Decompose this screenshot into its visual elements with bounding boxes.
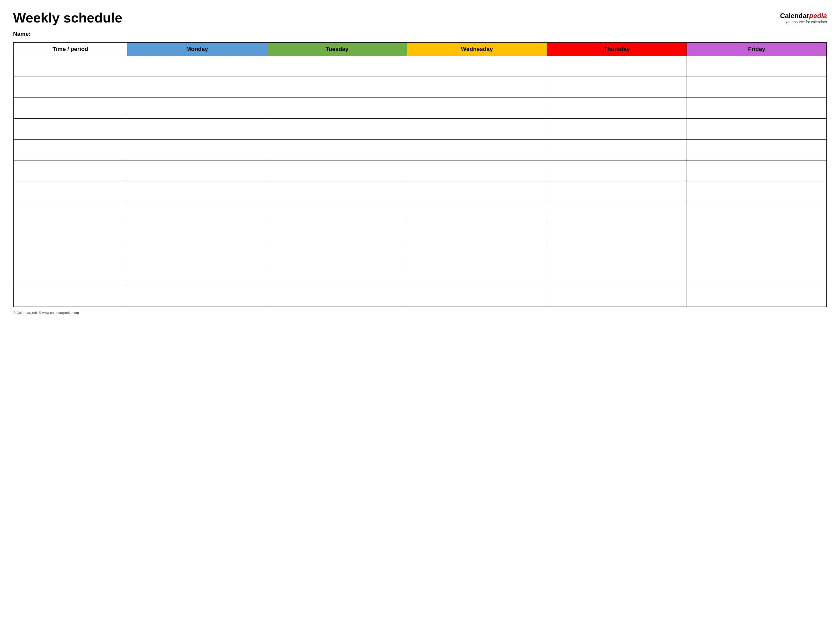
table-cell[interactable] bbox=[407, 265, 547, 286]
table-cell[interactable] bbox=[267, 286, 407, 307]
table-cell[interactable] bbox=[547, 118, 687, 140]
table-cell[interactable] bbox=[13, 161, 127, 182]
table-cell[interactable] bbox=[267, 223, 407, 244]
table-cell[interactable] bbox=[13, 223, 127, 244]
table-cell[interactable] bbox=[687, 202, 827, 223]
logo-area: Calendarpedia Your source for calendars bbox=[780, 12, 827, 24]
table-cell[interactable] bbox=[13, 56, 127, 77]
footer-text: © Calendarpedia® www.calendarpedia.com bbox=[13, 311, 827, 315]
table-cell[interactable] bbox=[687, 223, 827, 244]
table-cell[interactable] bbox=[407, 244, 547, 265]
name-label: Name: bbox=[13, 31, 827, 37]
table-cell[interactable] bbox=[687, 182, 827, 202]
table-cell[interactable] bbox=[687, 265, 827, 286]
logo-text: Calendarpedia bbox=[780, 12, 827, 20]
table-row bbox=[13, 98, 827, 118]
table-row bbox=[13, 77, 827, 98]
table-cell[interactable] bbox=[13, 140, 127, 161]
table-cell[interactable] bbox=[547, 286, 687, 307]
table-row bbox=[13, 161, 827, 182]
table-cell[interactable] bbox=[13, 98, 127, 118]
table-cell[interactable] bbox=[13, 244, 127, 265]
table-cell[interactable] bbox=[687, 286, 827, 307]
table-row bbox=[13, 286, 827, 307]
table-cell[interactable] bbox=[267, 161, 407, 182]
table-cell[interactable] bbox=[547, 223, 687, 244]
table-cell[interactable] bbox=[13, 286, 127, 307]
table-cell[interactable] bbox=[127, 244, 267, 265]
table-cell[interactable] bbox=[547, 161, 687, 182]
table-cell[interactable] bbox=[407, 202, 547, 223]
table-cell[interactable] bbox=[127, 182, 267, 202]
table-cell[interactable] bbox=[127, 140, 267, 161]
table-cell[interactable] bbox=[267, 77, 407, 98]
header-monday: Monday bbox=[127, 43, 267, 56]
table-cell[interactable] bbox=[127, 202, 267, 223]
table-cell[interactable] bbox=[127, 265, 267, 286]
header-wednesday: Wednesday bbox=[407, 43, 547, 56]
table-cell[interactable] bbox=[13, 182, 127, 202]
table-cell[interactable] bbox=[267, 265, 407, 286]
table-cell[interactable] bbox=[687, 244, 827, 265]
table-cell[interactable] bbox=[127, 98, 267, 118]
table-cell[interactable] bbox=[407, 161, 547, 182]
table-cell[interactable] bbox=[267, 244, 407, 265]
table-cell[interactable] bbox=[687, 140, 827, 161]
table-cell[interactable] bbox=[407, 98, 547, 118]
table-cell[interactable] bbox=[127, 56, 267, 77]
table-cell[interactable] bbox=[547, 56, 687, 77]
table-cell[interactable] bbox=[547, 98, 687, 118]
table-cell[interactable] bbox=[267, 118, 407, 140]
table-cell[interactable] bbox=[267, 140, 407, 161]
header-time: Time / period bbox=[13, 43, 127, 56]
schedule-table: Time / period Monday Tuesday Wednesday T… bbox=[13, 42, 827, 307]
table-cell[interactable] bbox=[687, 118, 827, 140]
table-cell[interactable] bbox=[127, 77, 267, 98]
logo-pedia: pedia bbox=[809, 12, 827, 20]
table-cell[interactable] bbox=[13, 77, 127, 98]
table-cell[interactable] bbox=[547, 77, 687, 98]
table-cell[interactable] bbox=[547, 140, 687, 161]
table-cell[interactable] bbox=[547, 202, 687, 223]
schedule-body bbox=[13, 56, 827, 307]
table-cell[interactable] bbox=[407, 140, 547, 161]
table-row bbox=[13, 223, 827, 244]
table-cell[interactable] bbox=[127, 161, 267, 182]
table-cell[interactable] bbox=[547, 182, 687, 202]
table-cell[interactable] bbox=[687, 161, 827, 182]
header-thursday: Thursday bbox=[547, 43, 687, 56]
table-row bbox=[13, 265, 827, 286]
table-cell[interactable] bbox=[267, 202, 407, 223]
table-row bbox=[13, 56, 827, 77]
header-tuesday: Tuesday bbox=[267, 43, 407, 56]
table-row bbox=[13, 244, 827, 265]
table-cell[interactable] bbox=[547, 265, 687, 286]
table-row bbox=[13, 140, 827, 161]
table-cell[interactable] bbox=[687, 56, 827, 77]
table-cell[interactable] bbox=[407, 286, 547, 307]
header-area: Weekly schedule Calendarpedia Your sourc… bbox=[13, 11, 827, 25]
table-cell[interactable] bbox=[127, 286, 267, 307]
table-row bbox=[13, 182, 827, 202]
table-cell[interactable] bbox=[267, 98, 407, 118]
table-cell[interactable] bbox=[127, 118, 267, 140]
table-cell[interactable] bbox=[267, 182, 407, 202]
header-friday: Friday bbox=[687, 43, 827, 56]
table-cell[interactable] bbox=[687, 77, 827, 98]
table-cell[interactable] bbox=[687, 98, 827, 118]
table-cell[interactable] bbox=[127, 223, 267, 244]
table-row bbox=[13, 118, 827, 140]
table-cell[interactable] bbox=[407, 56, 547, 77]
table-cell[interactable] bbox=[407, 77, 547, 98]
table-cell[interactable] bbox=[407, 182, 547, 202]
table-cell[interactable] bbox=[267, 56, 407, 77]
table-cell[interactable] bbox=[13, 265, 127, 286]
logo-tagline: Your source for calendars bbox=[780, 20, 827, 24]
table-cell[interactable] bbox=[13, 118, 127, 140]
table-cell[interactable] bbox=[407, 223, 547, 244]
table-cell[interactable] bbox=[547, 244, 687, 265]
table-header-row: Time / period Monday Tuesday Wednesday T… bbox=[13, 43, 827, 56]
table-cell[interactable] bbox=[407, 118, 547, 140]
page-title: Weekly schedule bbox=[13, 11, 122, 25]
table-cell[interactable] bbox=[13, 202, 127, 223]
